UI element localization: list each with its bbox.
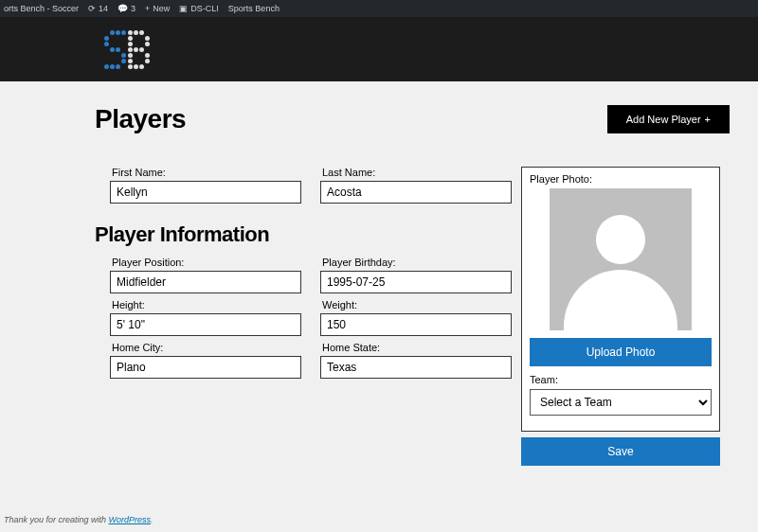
terminal-icon: ▣ <box>179 4 188 13</box>
team-label: Team: <box>530 374 712 385</box>
height-input[interactable] <box>110 313 301 336</box>
weight-input[interactable] <box>320 313 512 336</box>
home-city-label: Home City: <box>110 342 301 353</box>
first-name-field: First Name: <box>110 167 301 204</box>
sidebar-column: Player Photo: Upload Photo Team: Select … <box>521 167 720 466</box>
form-main: First Name: Last Name: Player Informatio… <box>95 167 512 466</box>
admin-bar-site[interactable]: orts Bench - Soccer <box>4 4 79 13</box>
player-photo-box: Player Photo: Upload Photo Team: Select … <box>521 167 720 432</box>
height-field: Height: <box>110 299 301 336</box>
updates-count: 14 <box>99 4 108 13</box>
admin-bar-updates[interactable]: ⟳ 14 <box>88 4 108 13</box>
header-band <box>0 17 758 81</box>
admin-bar-dscli[interactable]: ▣ DS-CLI <box>179 4 219 13</box>
admin-bar-sportsbench[interactable]: Sports Bench <box>228 4 280 13</box>
page-header: Players Add New Player + <box>95 104 730 134</box>
birthday-label: Player Birthday: <box>320 257 512 268</box>
updates-icon: ⟳ <box>88 4 96 13</box>
home-state-label: Home State: <box>320 342 512 353</box>
admin-bar: orts Bench - Soccer ⟳ 14 💬 3 + New ▣ DS-… <box>0 0 758 17</box>
footer: Thank you for creating with WordPress. <box>4 515 153 524</box>
logo-b <box>128 30 150 69</box>
weight-label: Weight: <box>320 299 512 310</box>
comment-icon: 💬 <box>117 4 128 13</box>
dscli-label: DS-CLI <box>190 4 219 13</box>
save-button[interactable]: Save <box>521 437 720 466</box>
add-button-label: Add New Player <box>626 114 701 125</box>
weight-field: Weight: <box>320 299 512 336</box>
first-name-label: First Name: <box>110 167 301 178</box>
admin-bar-comments[interactable]: 💬 3 <box>117 4 135 13</box>
avatar-icon-body <box>564 270 677 330</box>
home-city-field: Home City: <box>110 342 301 379</box>
height-label: Height: <box>110 299 301 310</box>
add-new-player-button[interactable]: Add New Player + <box>607 105 730 133</box>
photo-label: Player Photo: <box>530 173 712 185</box>
last-name-field: Last Name: <box>320 167 512 204</box>
logo-s <box>104 30 126 69</box>
photo-placeholder <box>550 188 692 330</box>
plus-icon: + <box>145 4 150 13</box>
position-field: Player Position: <box>110 257 301 293</box>
new-label: New <box>153 4 170 13</box>
home-city-input[interactable] <box>110 356 301 379</box>
footer-link[interactable]: WordPress <box>109 515 152 524</box>
site-title: orts Bench - Soccer <box>4 4 79 13</box>
position-label: Player Position: <box>110 257 301 268</box>
home-state-input[interactable] <box>320 356 512 379</box>
upload-photo-button[interactable]: Upload Photo <box>530 338 712 366</box>
birthday-field: Player Birthday: <box>320 257 512 293</box>
last-name-input[interactable] <box>320 181 512 204</box>
home-state-field: Home State: <box>320 342 512 379</box>
page-title: Players <box>95 104 186 134</box>
position-input[interactable] <box>110 271 301 293</box>
comments-count: 3 <box>131 4 135 13</box>
avatar-icon <box>596 215 645 264</box>
first-name-input[interactable] <box>110 181 301 204</box>
last-name-label: Last Name: <box>320 167 512 178</box>
logo <box>104 30 150 69</box>
page-content: Players Add New Player + First Name: Las… <box>0 81 758 466</box>
plus-icon: + <box>705 114 711 125</box>
team-select[interactable]: Select a Team <box>530 389 712 416</box>
footer-text: Thank you for creating with <box>4 515 109 524</box>
section-heading: Player Information <box>95 222 512 247</box>
admin-bar-new[interactable]: + New <box>145 4 170 13</box>
sportsbench-label: Sports Bench <box>228 4 280 13</box>
birthday-input[interactable] <box>320 271 512 293</box>
